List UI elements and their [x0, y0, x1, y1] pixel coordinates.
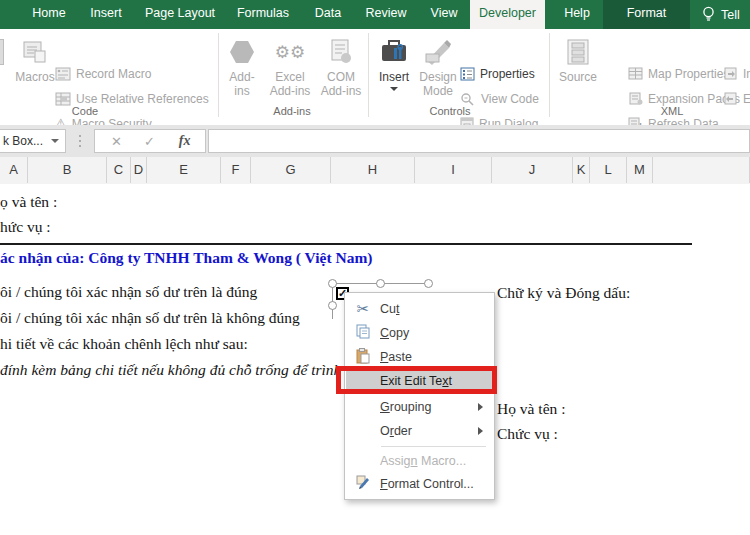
- annotation-red-box: [336, 366, 497, 394]
- record-macro-icon: [55, 67, 71, 81]
- column-header-h[interactable]: H: [331, 157, 415, 183]
- source-button[interactable]: Source: [555, 32, 601, 120]
- ribbon: l Macros Record Macro: [0, 29, 750, 126]
- name-box[interactable]: k Box...: [0, 129, 66, 153]
- submenu-arrow-icon: [478, 427, 483, 435]
- tab-formulas[interactable]: Formulas: [232, 0, 294, 29]
- record-macro-label: Record Macro: [76, 67, 151, 81]
- column-header-blank[interactable]: [653, 157, 750, 183]
- name-box-value: k Box...: [3, 134, 43, 148]
- design-mode-icon: [424, 39, 452, 65]
- insert-toolbox-icon: [380, 39, 408, 65]
- sheet-line-details: hi tiết về các khoản chênh lệch như sau:: [0, 335, 248, 353]
- add-ins-icon: [230, 41, 254, 63]
- import-label-cut: Im: [743, 67, 750, 81]
- tab-data[interactable]: Data: [310, 0, 346, 29]
- properties-button[interactable]: Properties: [460, 61, 535, 86]
- properties-label: Properties: [480, 67, 535, 81]
- insert-label: Insert: [379, 70, 409, 84]
- tab-help[interactable]: Help: [556, 0, 598, 29]
- menu-item-format-control[interactable]: Format Control...: [346, 472, 493, 496]
- sheet-line-confirm-incorrect: ôi / chúng tôi xác nhận số dư trên là kh…: [0, 309, 300, 327]
- visual-basic-icon: [0, 39, 4, 65]
- context-menu: ✂ Cut Copy: [344, 292, 495, 500]
- group-separator: [218, 33, 219, 117]
- lightbulb-icon: [702, 6, 715, 23]
- design-mode-label-2: Mode: [423, 84, 453, 98]
- tab-review[interactable]: Review: [362, 0, 410, 29]
- enter-button[interactable]: ✓: [144, 134, 155, 149]
- column-header-l[interactable]: L: [590, 157, 627, 183]
- insert-function-button[interactable]: fx: [179, 133, 191, 149]
- menu-item-assign-macro-label: Assign Macro...: [380, 454, 493, 468]
- column-header-i[interactable]: I: [415, 157, 492, 183]
- insert-dropdown-caret: [390, 87, 398, 91]
- menu-item-grouping[interactable]: Grouping: [346, 395, 493, 419]
- cancel-button[interactable]: ✕: [111, 134, 122, 149]
- view-code-label: View Code: [481, 92, 539, 106]
- record-macro-button[interactable]: Record Macro: [55, 61, 151, 86]
- properties-icon: [460, 67, 475, 81]
- column-header-m[interactable]: M: [627, 157, 653, 183]
- menu-separator: [381, 446, 486, 447]
- xml-group-label: XML: [612, 105, 732, 117]
- column-header-c[interactable]: C: [107, 157, 131, 183]
- column-header-g[interactable]: G: [251, 157, 331, 183]
- relative-references-icon: [55, 92, 71, 106]
- add-ins-label-1: Add-: [229, 70, 254, 84]
- tab-home[interactable]: Home: [27, 0, 71, 29]
- column-header-a[interactable]: A: [0, 157, 28, 183]
- formula-input[interactable]: [208, 129, 750, 153]
- tab-insert[interactable]: Insert: [85, 0, 127, 29]
- column-header-b[interactable]: B: [28, 157, 107, 183]
- menu-item-order[interactable]: Order: [346, 419, 493, 443]
- column-header-j[interactable]: J: [492, 157, 573, 183]
- export-icon: [724, 92, 738, 105]
- column-header-e[interactable]: E: [147, 157, 221, 183]
- selection-handle-top-mid[interactable]: [376, 279, 385, 288]
- import-icon: [724, 67, 738, 80]
- design-mode-label-1: Design: [419, 70, 456, 84]
- paste-icon: [346, 348, 380, 367]
- format-control-icon: [346, 475, 380, 493]
- view-code-icon: [460, 92, 476, 106]
- expansion-packs-icon: [628, 92, 643, 105]
- controls-group-label: Controls: [390, 105, 510, 117]
- sheet-signature-label: Chữ ký và Đóng dấu:: [497, 284, 630, 302]
- name-box-dropdown-caret[interactable]: [51, 139, 59, 143]
- use-relative-references-label: Use Relative References: [76, 92, 209, 106]
- submenu-arrow-icon: [478, 403, 483, 411]
- menu-item-copy-label: Copy: [380, 326, 493, 340]
- menu-item-grouping-label: Grouping: [380, 400, 478, 414]
- map-properties-button[interactable]: Map Properties: [628, 61, 729, 86]
- tab-format[interactable]: Format: [603, 0, 690, 29]
- column-header-f[interactable]: F: [221, 157, 251, 183]
- tab-view[interactable]: View: [425, 0, 463, 29]
- tell-me-box[interactable]: Tell: [698, 0, 750, 29]
- excel-add-ins-label-1: Excel: [275, 70, 304, 84]
- selection-handle-top-right[interactable]: [424, 279, 433, 288]
- sheet-line-name: ọ và tên :: [0, 193, 57, 211]
- menu-item-copy[interactable]: Copy: [346, 321, 493, 345]
- cut-icon: ✂: [346, 300, 380, 318]
- export-label-cut: Ex: [743, 92, 750, 106]
- visual-basic-button-cut[interactable]: l: [0, 32, 6, 120]
- tab-developer[interactable]: Developer: [470, 0, 545, 29]
- column-header-k[interactable]: K: [573, 157, 590, 183]
- add-ins-label-2: ins: [234, 84, 249, 98]
- menu-item-cut-label: Cut: [380, 302, 493, 316]
- menu-item-assign-macro[interactable]: Assign Macro...: [346, 449, 493, 473]
- selection-handle-left-mid[interactable]: [328, 301, 337, 310]
- copy-icon: [346, 324, 380, 342]
- macros-icon: [22, 39, 48, 65]
- import-button-cut[interactable]: Im: [724, 61, 750, 86]
- tab-page-layout[interactable]: Page Layout: [142, 0, 218, 29]
- formula-bar-grip[interactable]: [79, 135, 81, 147]
- column-header-d[interactable]: D: [131, 157, 147, 183]
- map-properties-icon: [628, 67, 643, 80]
- excel-window: Home Insert Page Layout Formulas Data Re…: [0, 0, 750, 535]
- horizontal-rule: [0, 243, 692, 245]
- worksheet[interactable]: ọ và tên : hức vụ : ác nhận của: Công ty…: [0, 184, 750, 535]
- menu-item-cut[interactable]: ✂ Cut: [346, 297, 493, 321]
- sheet-line-confirm-correct: ôi / chúng tôi xác nhận số dư trên là đú…: [0, 283, 257, 301]
